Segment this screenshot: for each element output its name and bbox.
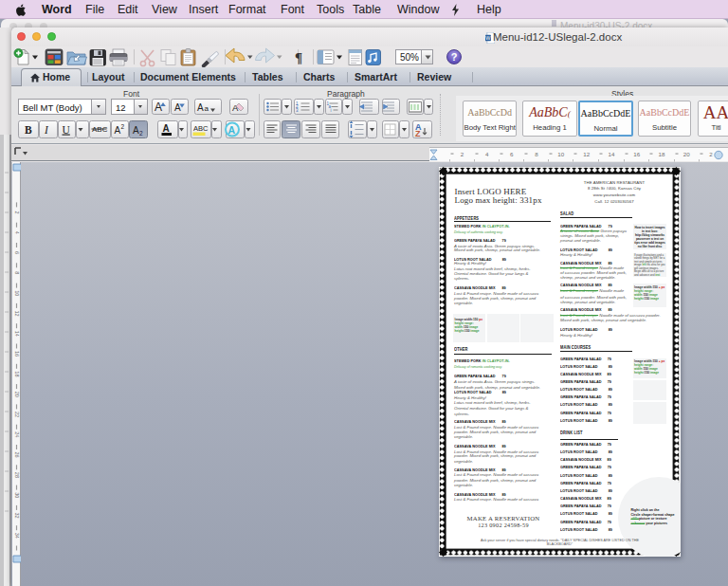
svg-text:A: A bbox=[197, 102, 204, 113]
svg-text:A: A bbox=[155, 101, 162, 114]
svg-text:i: i bbox=[330, 108, 331, 113]
svg-text:ABC: ABC bbox=[92, 125, 108, 134]
svg-text:A: A bbox=[174, 102, 181, 113]
svg-text:18: 18 bbox=[659, 151, 665, 157]
svg-text:14: 14 bbox=[13, 331, 19, 337]
svg-text:6: 6 bbox=[13, 251, 19, 254]
svg-text:U: U bbox=[63, 124, 71, 136]
svg-text:16: 16 bbox=[13, 351, 19, 357]
svg-text:A: A bbox=[115, 125, 121, 136]
svg-text:10: 10 bbox=[557, 151, 564, 157]
svg-text:16: 16 bbox=[633, 151, 640, 157]
svg-text:30: 30 bbox=[13, 492, 19, 498]
svg-text:14: 14 bbox=[609, 151, 615, 157]
svg-text:10: 10 bbox=[13, 290, 19, 296]
svg-text:22: 22 bbox=[13, 412, 19, 417]
svg-text:18: 18 bbox=[13, 371, 19, 376]
svg-text:W: W bbox=[485, 34, 491, 40]
svg-text:A: A bbox=[133, 125, 139, 136]
svg-text:Z: Z bbox=[415, 129, 421, 138]
svg-text:A: A bbox=[163, 123, 170, 134]
svg-text:24: 24 bbox=[13, 431, 19, 437]
svg-text:2: 2 bbox=[121, 123, 125, 130]
svg-text:34: 34 bbox=[13, 533, 19, 539]
svg-text:8: 8 bbox=[535, 151, 538, 157]
svg-text:2: 2 bbox=[709, 151, 713, 157]
svg-text:2: 2 bbox=[13, 211, 19, 213]
svg-text:B: B bbox=[25, 124, 32, 136]
svg-text:A: A bbox=[228, 124, 236, 136]
svg-text:2: 2 bbox=[139, 130, 143, 137]
svg-text:12: 12 bbox=[13, 310, 19, 316]
svg-text:6: 6 bbox=[510, 151, 514, 157]
svg-text:a: a bbox=[205, 104, 209, 113]
svg-text:4: 4 bbox=[13, 231, 19, 234]
svg-text:20: 20 bbox=[13, 392, 19, 397]
svg-text:4: 4 bbox=[485, 151, 489, 157]
svg-text:ABC: ABC bbox=[193, 124, 209, 133]
svg-text:32: 32 bbox=[13, 512, 19, 518]
svg-text:¶: ¶ bbox=[295, 50, 302, 65]
svg-text:3: 3 bbox=[296, 108, 299, 113]
svg-text:26: 26 bbox=[13, 452, 19, 458]
svg-text:12: 12 bbox=[583, 151, 590, 157]
svg-text:8: 8 bbox=[13, 271, 19, 274]
svg-text:2: 2 bbox=[461, 151, 464, 157]
svg-text:I: I bbox=[44, 124, 49, 136]
svg-text:20: 20 bbox=[683, 151, 690, 157]
svg-text:28: 28 bbox=[13, 472, 19, 478]
